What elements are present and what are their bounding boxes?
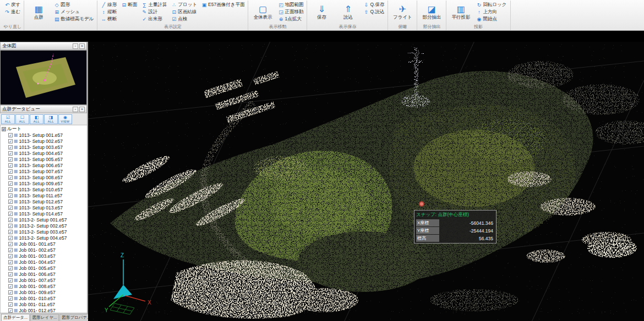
close-panel-icon[interactable]: × — [79, 107, 85, 112]
float-panel-icon[interactable]: ▫ — [73, 107, 78, 112]
item-checkbox[interactable]: ✓ — [8, 278, 13, 283]
close-panel-icon[interactable]: × — [79, 43, 85, 49]
tree-toolbar-button-1[interactable]: ☐ALL — [15, 114, 29, 124]
tree-item[interactable]: ✓▦1013- Setup 001.e57 — [2, 132, 87, 138]
tree-item[interactable]: ✓▦1013-2- Setup 001.e57 — [2, 217, 87, 223]
tree-item[interactable]: ✓▦Job 001- 008.e57 — [2, 283, 87, 289]
item-checkbox[interactable]: ✓ — [8, 272, 13, 276]
ribbon-button-E57画像付き平面[interactable]: ▣E57画像付き平面 — [200, 1, 246, 8]
tree-item[interactable]: ✓▦1013- Setup 004.e57 — [2, 150, 87, 156]
item-checkbox[interactable]: ✓ — [8, 266, 13, 270]
item-checkbox[interactable]: ✓ — [8, 133, 13, 137]
point-cloud-viewport[interactable]: Z Y X スナップ: 点群(中心座標) — [88, 42, 644, 321]
ribbon-button-数値標高モデル[interactable]: ▤数値標高モデル — [52, 15, 95, 23]
tree-item[interactable]: ✓▦1013- Setup 003.e57 — [2, 144, 87, 150]
ribbon-button-上方向[interactable]: ↑上方向 — [474, 8, 508, 15]
tree-item[interactable]: ✓▦Job 001- 001.e57 — [2, 241, 87, 247]
ribbon-button-Q.読込[interactable]: ⇧Q.読込 — [362, 8, 386, 15]
ribbon-button-開始点[interactable]: ◉開始点 — [474, 15, 508, 23]
item-checkbox[interactable]: ✓ — [8, 175, 13, 180]
tree-item[interactable]: ✓▦1013- Setup 005.e57 — [2, 156, 87, 162]
item-checkbox[interactable]: ✓ — [8, 296, 13, 301]
ribbon-button-保存[interactable]: ⇓保存 — [309, 1, 334, 24]
ribbon-button-横断[interactable]: ↔横断 — [99, 15, 118, 23]
tree-item[interactable]: ✓▦1013-2- Setup 002.e57 — [2, 223, 87, 229]
item-checkbox[interactable]: ✓ — [8, 230, 13, 234]
tree-toolbar-button-0[interactable]: ☑ALL — [1, 114, 15, 124]
ribbon-button-Q.保存[interactable]: ⇩Q.保存 — [362, 1, 386, 8]
item-checkbox[interactable]: ✓ — [8, 284, 13, 289]
item-checkbox[interactable]: ✓ — [8, 242, 13, 246]
ribbon-button-点検[interactable]: ☑点検 — [170, 15, 199, 23]
item-checkbox[interactable]: ✓ — [8, 206, 13, 210]
tree-item[interactable]: ✓▦1013- Setup 002.e57 — [2, 138, 87, 144]
tree-root-row[interactable]: ✓ルート — [2, 126, 87, 132]
item-checkbox[interactable]: ✓ — [8, 181, 13, 186]
ribbon-button-部分抽出[interactable]: ◪部分抽出 — [419, 1, 444, 24]
tree-item[interactable]: ✓▦1013- Setup 010.e57 — [2, 186, 87, 192]
float-panel-icon[interactable]: ▫ — [73, 43, 78, 49]
item-checkbox[interactable]: ✓ — [8, 163, 13, 168]
tree-item[interactable]: ✓▦Job 001- 009.e57 — [2, 289, 87, 295]
tree-item[interactable]: ✓▦Job 001- 003.e57 — [2, 253, 87, 259]
item-checkbox[interactable]: ✓ — [8, 139, 13, 143]
ribbon-button-線形[interactable]: ╱線形 — [99, 1, 118, 8]
tree-item[interactable]: ✓▦Job 001- 004.e57 — [2, 259, 87, 265]
tree-item[interactable]: ✓▦Job 001- 012.e57 — [2, 307, 87, 313]
tree-item[interactable]: ✓▦Job 001- 005.e57 — [2, 265, 87, 271]
item-checkbox[interactable]: ✓ — [8, 236, 13, 240]
ribbon-button-土量計算[interactable]: ∑土量計算 — [140, 1, 168, 8]
item-checkbox[interactable]: ✓ — [8, 169, 13, 174]
tree-item[interactable]: ✓▦Job 001- 011.e57 — [2, 301, 87, 307]
tree-item[interactable]: ✓▦Job 001- 010.e57 — [2, 295, 87, 301]
panel-tab-0[interactable]: 点群データ... — [1, 314, 30, 321]
ribbon-button-読込[interactable]: ⇑読込 — [335, 1, 361, 24]
item-checkbox[interactable]: ✓ — [8, 151, 13, 156]
item-checkbox[interactable]: ✓ — [8, 200, 13, 204]
ribbon-button-平行投影[interactable]: ▥平行投影 — [448, 1, 473, 24]
ribbon-button-回転ロック[interactable]: ↻回転ロック — [474, 1, 508, 8]
item-checkbox[interactable]: ✓ — [8, 260, 13, 264]
ribbon-button-出来形[interactable]: ✓出来形 — [140, 15, 168, 23]
tree-item[interactable]: ✓▦1013- Setup 008.e57 — [2, 174, 87, 180]
ribbon-button-戻す[interactable]: ↶戻す — [3, 1, 22, 8]
ribbon-button-断面[interactable]: ⊟断面 — [119, 1, 139, 8]
ribbon-button-全体表示[interactable]: ▢全体表示 — [250, 1, 275, 24]
tree-item[interactable]: ✓▦1013-2- Setup 004.e57 — [2, 235, 87, 241]
overview-minimap[interactable] — [0, 50, 87, 105]
item-checkbox[interactable]: ✓ — [8, 290, 13, 295]
tree-item[interactable]: ✓▦1013- Setup 014.e57 — [2, 211, 87, 217]
tree-item[interactable]: ✓▦1013-2- Setup 003.e57 — [2, 229, 87, 235]
item-checkbox[interactable]: ✓ — [8, 193, 13, 198]
item-checkbox[interactable]: ✓ — [8, 157, 13, 162]
tree-item[interactable]: ✓▦Job 001- 006.e57 — [2, 271, 87, 277]
tree-item[interactable]: ✓▦1013- Setup 013.e57 — [2, 204, 87, 211]
ribbon-button-正面移動[interactable]: ◲正面移動 — [276, 8, 305, 15]
item-checkbox[interactable]: ✓ — [8, 145, 13, 150]
ribbon-button-縦断[interactable]: ↕縦断 — [99, 8, 118, 15]
ribbon-button-地図範囲[interactable]: ◰地図範囲 — [276, 1, 305, 8]
ribbon-button-図形[interactable]: ◇図形 — [52, 1, 95, 8]
item-checkbox[interactable]: ✓ — [8, 308, 13, 313]
ribbon-button-フライト[interactable]: ✈フライト — [390, 1, 415, 24]
tree-item[interactable]: ✓▦1013- Setup 012.e57 — [2, 198, 87, 204]
ribbon-button-プロット[interactable]: ∴プロット — [170, 1, 199, 8]
item-checkbox[interactable]: ✓ — [8, 248, 13, 252]
ribbon-button-進む[interactable]: ↷進む — [3, 8, 22, 15]
ribbon-button-設計[interactable]: ✎設計 — [140, 8, 168, 15]
ribbon-button-区画結線[interactable]: ⊡区画結線 — [170, 8, 199, 15]
item-checkbox[interactable]: ✓ — [8, 187, 13, 192]
tree-toolbar-button-3[interactable]: ◨ALL — [44, 114, 58, 124]
tree-item[interactable]: ✓▦1013- Setup 007.e57 — [2, 168, 87, 174]
tree-item[interactable]: ✓▦1013- Setup 006.e57 — [2, 162, 87, 168]
item-checkbox[interactable]: ✓ — [8, 224, 13, 228]
tree-item[interactable]: ✓▦Job 001- 007.e57 — [2, 277, 87, 283]
tree-item[interactable]: ✓▦1013- Setup 011.e57 — [2, 192, 87, 198]
root-checkbox[interactable]: ✓ — [2, 127, 6, 131]
ribbon-button-点群[interactable]: ▦点群 — [26, 1, 51, 24]
item-checkbox[interactable]: ✓ — [8, 302, 13, 307]
tree-item[interactable]: ✓▦1013- Setup 009.e57 — [2, 180, 87, 186]
tree-toolbar-button-4[interactable]: ◉VIEW — [58, 114, 72, 124]
tree-toolbar-button-2[interactable]: ◧ALL — [30, 114, 43, 124]
ribbon-button-1点拡大[interactable]: ⊕1点拡大 — [276, 15, 305, 23]
